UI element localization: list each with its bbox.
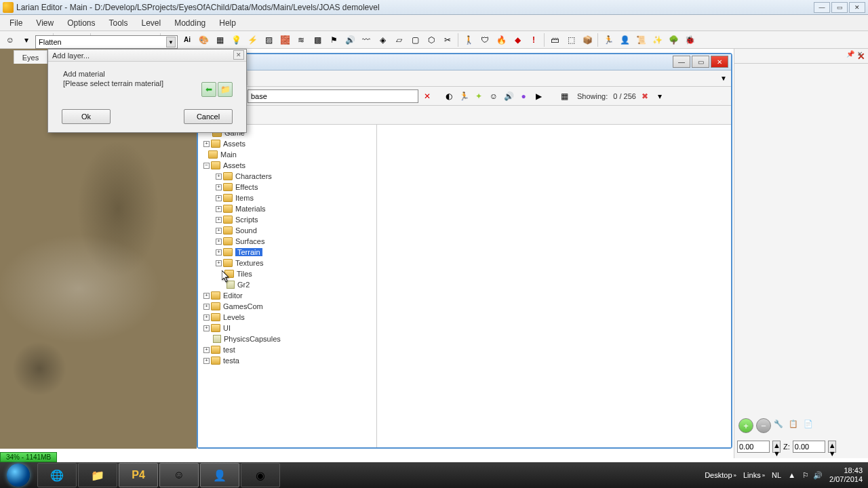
- expand-icon[interactable]: +: [216, 228, 222, 234]
- rm-tab-dropdown-icon[interactable]: ▼: [720, 75, 727, 82]
- tool-dropdown-icon[interactable]: ▾: [19, 33, 34, 47]
- rm-filter-face-icon[interactable]: ☺: [488, 90, 500, 102]
- rm-view-icon[interactable]: ▦: [558, 90, 570, 102]
- tool-nav-icon[interactable]: ◈: [375, 33, 390, 47]
- expand-icon[interactable]: +: [216, 184, 222, 190]
- tray-links[interactable]: Links»: [743, 471, 765, 479]
- rm-close-button[interactable]: ✕: [711, 56, 728, 68]
- tool3-icon[interactable]: 📄: [804, 420, 816, 432]
- tool-region-icon[interactable]: ▱: [391, 33, 406, 47]
- taskbar-chrome-icon[interactable]: 🌐: [37, 463, 77, 487]
- rm-play-icon[interactable]: ▶: [532, 90, 545, 102]
- tool-wall-icon[interactable]: 🧱: [277, 33, 292, 47]
- minimize-button[interactable]: —: [814, 2, 830, 13]
- tree-item-scripts[interactable]: +Scripts: [199, 214, 375, 225]
- coord-z-input[interactable]: [793, 441, 825, 453]
- start-button[interactable]: [0, 462, 37, 488]
- coord-y-input[interactable]: [737, 441, 770, 453]
- taskbar-p4-icon[interactable]: P4: [119, 463, 158, 487]
- tree-item-terrain[interactable]: +Terrain: [199, 247, 375, 258]
- dock-pin-icon[interactable]: 📌: [846, 50, 854, 58]
- tree-item-levels[interactable]: +Levels: [199, 312, 375, 323]
- dock-close-icon[interactable]: ✕: [857, 50, 865, 58]
- back-arrow-icon[interactable]: ⬅: [201, 82, 216, 97]
- tool-run-icon[interactable]: 🏃: [601, 33, 616, 47]
- tool-mesh-icon[interactable]: ▩: [310, 33, 325, 47]
- rm-filter-light-icon[interactable]: ✦: [473, 90, 485, 102]
- ok-button[interactable]: Ok: [62, 109, 111, 124]
- tool-icon[interactable]: 🔧: [774, 420, 786, 432]
- tree-item-sound[interactable]: +Sound: [199, 225, 375, 236]
- add-button[interactable]: +: [738, 418, 753, 433]
- tray-clock[interactable]: 18:43 2/07/2014: [829, 466, 863, 484]
- tool-warning-icon[interactable]: !: [526, 33, 541, 47]
- rm-filter-anim-icon[interactable]: 🏃: [458, 90, 470, 102]
- expand-icon[interactable]: +: [216, 260, 222, 266]
- tool2-icon[interactable]: 📋: [789, 420, 801, 432]
- viewport-tab[interactable]: Eyes: [14, 50, 47, 64]
- tree-item-textures[interactable]: +Textures: [199, 258, 375, 268]
- tool-script-icon[interactable]: 📜: [633, 33, 648, 47]
- tool-water-icon[interactable]: ≋: [294, 33, 309, 47]
- tree-item-main[interactable]: Main: [199, 149, 375, 160]
- expand-icon[interactable]: +: [216, 195, 222, 201]
- menu-file[interactable]: File: [3, 16, 29, 30]
- taskbar-steam-icon[interactable]: ◉: [241, 463, 280, 487]
- tree-item-editor[interactable]: +Editor: [199, 290, 375, 301]
- tray-flag-icon[interactable]: ⚐: [802, 471, 809, 480]
- rm-clear-icon[interactable]: ✖: [639, 90, 651, 102]
- tool-gem-icon[interactable]: ◆: [510, 33, 525, 47]
- chevron-down-icon[interactable]: ▼: [166, 37, 176, 47]
- tree-item-physicscapsules[interactable]: PhysicsCapsules: [199, 333, 375, 344]
- menu-view[interactable]: View: [29, 16, 60, 30]
- tool-fog-icon[interactable]: ▨: [261, 33, 276, 47]
- expand-icon[interactable]: +: [203, 325, 210, 331]
- tray-volume-icon[interactable]: 🔊: [813, 471, 823, 480]
- tool-wand-icon[interactable]: ⚡: [245, 33, 260, 47]
- taskbar-editor-icon[interactable]: ☺: [159, 463, 199, 487]
- tool-trigger-icon[interactable]: ▢: [408, 33, 422, 47]
- maximize-button[interactable]: ▭: [831, 2, 848, 13]
- expand-icon[interactable]: +: [203, 141, 210, 147]
- menu-options[interactable]: Options: [60, 16, 102, 30]
- close-button[interactable]: ✕: [849, 2, 865, 13]
- spinner-icon[interactable]: ▲▼: [772, 441, 781, 453]
- tool-ai-icon[interactable]: Ai: [180, 33, 195, 47]
- expand-icon[interactable]: +: [203, 347, 210, 353]
- tree-item-ui[interactable]: +UI: [199, 323, 375, 333]
- spinner-icon[interactable]: ▲▼: [828, 441, 836, 453]
- menu-tools[interactable]: Tools: [102, 16, 135, 30]
- rm-filter-input[interactable]: [248, 89, 418, 103]
- tool-path-icon[interactable]: 〰: [359, 33, 374, 47]
- tool-shield-icon[interactable]: 🛡: [477, 33, 492, 47]
- rm-maximize-button[interactable]: ▭: [692, 56, 709, 68]
- tool-waypoint-icon[interactable]: ⬡: [424, 33, 439, 47]
- tree-item-characters[interactable]: +Characters: [199, 171, 375, 182]
- remove-button[interactable]: −: [756, 418, 771, 433]
- dialog-close-button[interactable]: ✕: [233, 50, 244, 60]
- rm-filter-mesh-icon[interactable]: ◐: [443, 90, 455, 102]
- tree-item-game-assets[interactable]: +Assets: [199, 138, 375, 149]
- menu-modding[interactable]: Modding: [167, 16, 212, 30]
- tool-audio-icon[interactable]: 🔊: [342, 33, 357, 47]
- expand-icon[interactable]: +: [216, 249, 222, 256]
- expand-icon[interactable]: +: [203, 314, 210, 321]
- expand-icon[interactable]: +: [216, 239, 222, 245]
- tool-cube-icon[interactable]: ⬚: [564, 33, 578, 47]
- flatten-dropdown[interactable]: Flatten ▼: [35, 35, 178, 49]
- tool-flag-icon[interactable]: ⚑: [326, 33, 341, 47]
- rm-filter-sound-icon[interactable]: 🔊: [502, 90, 515, 102]
- expand-icon[interactable]: +: [216, 174, 222, 180]
- tree-item-test[interactable]: +test: [199, 344, 375, 355]
- tree-item-gamescom[interactable]: +GamesCom: [199, 301, 375, 312]
- browse-folder-icon[interactable]: 📁: [218, 82, 233, 97]
- cancel-button[interactable]: Cancel: [184, 109, 233, 124]
- tray-desktop[interactable]: Desktop»: [705, 471, 736, 479]
- expand-icon[interactable]: +: [216, 217, 222, 223]
- tool-person-icon[interactable]: 👤: [617, 33, 632, 47]
- resource-manager-title[interactable]: Manager — ▭ ✕: [198, 54, 731, 70]
- tree-item-tiles[interactable]: Tiles: [199, 268, 375, 279]
- tool-cut-icon[interactable]: ✂: [440, 33, 455, 47]
- rm-filter-sphere-icon[interactable]: ●: [517, 90, 530, 102]
- resource-tree[interactable]: Game +Assets Main −Assets +Characters +E…: [198, 125, 377, 447]
